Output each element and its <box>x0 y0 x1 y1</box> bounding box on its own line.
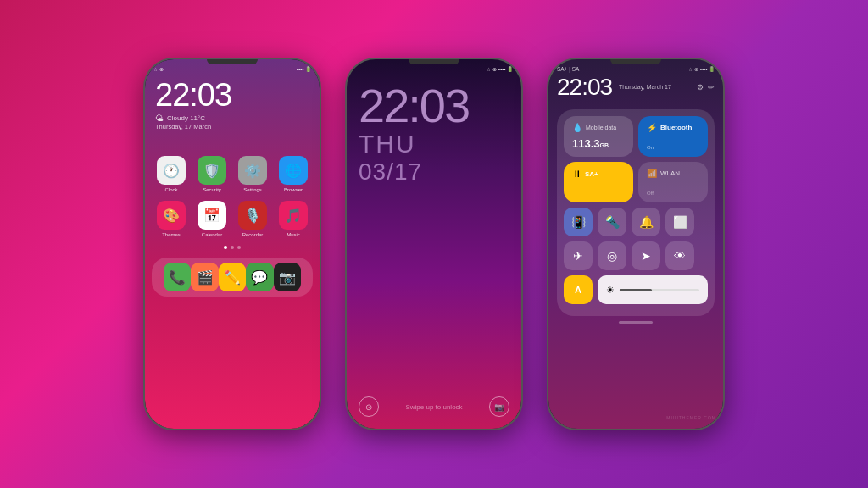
status-left-icons: ☆ ⊕ <box>153 66 164 72</box>
bluetooth-label: Bluetooth <box>660 124 692 131</box>
slider-track <box>620 289 699 291</box>
wlan-label: WLAN <box>660 169 680 177</box>
app-grid-row1: 🕐 Clock 🛡️ Security ⚙️ Settings 🌐 Browse… <box>145 130 320 197</box>
calendar-icon: 📅 <box>198 201 226 230</box>
dock-notes[interactable]: ✏️ <box>219 263 246 291</box>
brightness-row: A ☀ <box>564 275 708 304</box>
phone3-date-line: Thursday, March 17 <box>619 84 671 90</box>
browser-icon: 🌐 <box>279 156 308 185</box>
phone-1: ☆ ⊕ ▪▪▪▪ 🔋 22:03 🌤 Cloudy 11°C Thursday,… <box>143 58 321 430</box>
p3-status-right: ☆ ⊕ ▪▪▪▪ 🔋 <box>688 66 715 72</box>
brightness-slider[interactable]: ☀ <box>598 275 708 304</box>
dock-camera[interactable]: 📷 <box>274 263 301 291</box>
location-icon[interactable]: ➤ <box>632 241 660 270</box>
dot-3 <box>237 246 241 249</box>
app-grid-row2: 🎨 Themes 📅 Calendar 🎙️ Recorder 🎵 Music <box>145 197 320 242</box>
themes-label: Themes <box>162 232 181 237</box>
app-music[interactable]: 🎵 Music <box>275 201 311 237</box>
p3-status-left: SA+ | SA+ <box>557 66 582 72</box>
miui-watermark: MIUITHEMER.COM <box>666 415 716 420</box>
music-icon: 🎵 <box>279 201 308 230</box>
phone3-time: 22:03 <box>557 74 612 101</box>
auto-label: A <box>575 285 581 295</box>
screen-record-icon[interactable]: ⬜ <box>665 208 694 236</box>
app-calendar[interactable]: 📅 Calendar <box>194 201 230 237</box>
ctrl-icon-row-2: ✈ ◎ ➤ 👁 <box>564 241 708 270</box>
security-icon: 🛡️ <box>198 156 226 185</box>
clock-icon: 🕐 <box>157 156 186 185</box>
p3-edit-icon[interactable]: ✏ <box>708 83 715 92</box>
clock-label: Clock <box>164 187 177 192</box>
phone2-time: 22:03 <box>347 74 521 130</box>
home-indicator[interactable] <box>619 321 653 324</box>
p3-time-icons: ⚙ ✏ <box>697 83 715 92</box>
phone1-weather: 🌤 Cloudy 11°C <box>145 114 320 123</box>
music-label: Music <box>287 232 300 237</box>
notification-icon[interactable]: 🔔 <box>632 208 660 236</box>
settings-icon: ⚙️ <box>238 156 267 185</box>
vibrate-icon[interactable]: 📳 <box>564 208 593 236</box>
phone1-time: 22:03 <box>145 74 320 114</box>
settings-label: Settings <box>243 187 262 192</box>
bluetooth-tile[interactable]: ⚡ Bluetooth On <box>638 116 708 157</box>
brightness-icon: ☀ <box>606 285 615 296</box>
recorder-label: Recorder <box>242 232 264 237</box>
ctrl-row-1: 💧 Mobile data 113.3GB ⚡ Bluetooth On <box>564 116 708 157</box>
page-indicator <box>145 242 320 252</box>
phone2-date: 03/17 <box>347 158 521 186</box>
wlan-tile[interactable]: 📶 WLAN Off <box>638 162 708 202</box>
lock-bottom-bar: ⊙ Swipe up to unlock 📷 <box>347 390 521 429</box>
weather-text: Cloudy 11°C <box>167 114 205 122</box>
wlan-status: Off <box>647 191 699 196</box>
app-recorder[interactable]: 🎙️ Recorder <box>235 201 270 237</box>
app-browser[interactable]: 🌐 Browser <box>275 156 311 192</box>
phone1-date: Thursday, 17 March <box>145 123 320 130</box>
themes-icon: 🎨 <box>157 201 186 230</box>
do-not-disturb-icon[interactable]: ◎ <box>598 241 626 270</box>
dock-messages[interactable]: 💬 <box>246 263 273 291</box>
control-center-panel: 💧 Mobile data 113.3GB ⚡ Bluetooth On <box>557 109 715 316</box>
sa-plus-tile[interactable]: ⏸ SA+ <box>564 162 633 202</box>
mobile-data-tile[interactable]: 💧 Mobile data 113.3GB <box>564 116 633 157</box>
status-right-icons: ▪▪▪▪ 🔋 <box>297 66 311 72</box>
security-label: Security <box>203 187 221 192</box>
mobile-data-value: 113.3GB <box>572 137 625 150</box>
dock-phone[interactable]: 📞 <box>164 263 191 291</box>
status-bar-phone2: • ☆ ⊕ ▪▪▪▪ 🔋 <box>347 59 521 74</box>
status-bar-phone1: ☆ ⊕ ▪▪▪▪ 🔋 <box>145 59 320 74</box>
phone3-date: Thursday, March 17 <box>619 83 671 91</box>
ctrl-row-2: ⏸ SA+ 📶 WLAN Off <box>564 162 708 202</box>
dock-video[interactable]: 🎬 <box>191 263 218 291</box>
weather-icon: 🌤 <box>155 114 164 123</box>
dock: 📞 🎬 ✏️ 💬 📷 <box>152 258 313 297</box>
eye-care-icon[interactable]: 👁 <box>665 241 694 270</box>
lock-flashlight-icon[interactable]: ⊙ <box>359 396 379 417</box>
app-security[interactable]: 🛡️ Security <box>194 156 230 192</box>
phone-2: • ☆ ⊕ ▪▪▪▪ 🔋 22:03 THU 03/17 ⊙ Swipe up … <box>345 58 523 430</box>
p3-settings-icon[interactable]: ⚙ <box>697 83 704 92</box>
app-themes[interactable]: 🎨 Themes <box>153 201 189 237</box>
swipe-unlock-text: Swipe up to unlock <box>405 403 462 411</box>
flashlight-icon[interactable]: 🔦 <box>598 208 626 236</box>
browser-label: Browser <box>284 187 303 192</box>
airplane-mode-icon[interactable]: ✈ <box>564 241 593 270</box>
dot-2 <box>231 246 234 249</box>
phone-3: SA+ | SA+ ☆ ⊕ ▪▪▪▪ 🔋 22:03 Thursday, Mar… <box>547 58 725 430</box>
recorder-icon: 🎙️ <box>238 201 267 230</box>
p2-status-right: ☆ ⊕ ▪▪▪▪ 🔋 <box>487 66 513 72</box>
dot-1 <box>224 246 227 249</box>
calendar-label: Calendar <box>202 232 222 237</box>
status-bar-phone3: SA+ | SA+ ☆ ⊕ ▪▪▪▪ 🔋 <box>548 59 723 72</box>
ctrl-icon-row-1: 📳 🔦 🔔 ⬜ <box>564 208 708 236</box>
app-settings[interactable]: ⚙️ Settings <box>235 156 270 192</box>
p3-time-section: 22:03 Thursday, March 17 ⚙ ✏ <box>548 72 723 104</box>
lock-camera-icon[interactable]: 📷 <box>489 396 509 417</box>
slider-fill <box>620 289 652 291</box>
mobile-data-label: Mobile data <box>586 125 616 130</box>
sa-label: SA+ <box>585 170 598 178</box>
phone2-day: THU <box>347 130 521 158</box>
auto-brightness-tile[interactable]: A <box>564 275 593 304</box>
bluetooth-status: On <box>647 145 699 150</box>
app-clock[interactable]: 🕐 Clock <box>153 156 189 192</box>
